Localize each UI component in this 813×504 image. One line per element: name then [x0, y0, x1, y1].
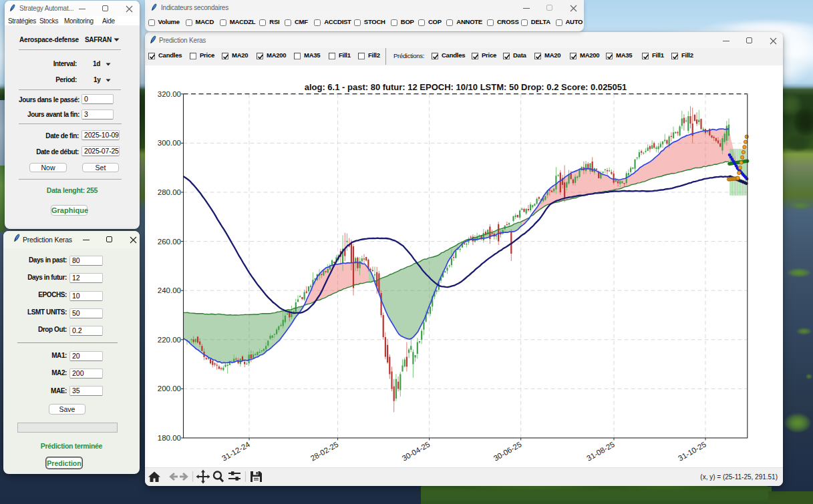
svg-text:28-02-25: 28-02-25	[309, 440, 340, 462]
svg-text:30-04-25: 30-04-25	[401, 440, 432, 462]
svg-text:31-12-24: 31-12-24	[220, 440, 251, 463]
svg-text:31-08-25: 31-08-25	[585, 440, 616, 462]
svg-text:180.00: 180.00	[158, 434, 181, 442]
svg-text:200.00: 200.00	[158, 385, 181, 393]
svg-text:280.00: 280.00	[158, 188, 181, 196]
svg-text:alog: 6.1 - past: 80 futur: 12: alog: 6.1 - past: 80 futur: 12 EPOCH: 10…	[305, 82, 627, 92]
svg-text:240.00: 240.00	[158, 286, 181, 294]
svg-text:260.00: 260.00	[158, 238, 181, 246]
svg-text:300.00: 300.00	[158, 139, 181, 147]
svg-text:31-10-25: 31-10-25	[677, 440, 707, 462]
svg-text:320.00: 320.00	[158, 90, 181, 98]
svg-text:220.00: 220.00	[158, 336, 181, 344]
svg-text:30-06-25: 30-06-25	[492, 440, 523, 462]
